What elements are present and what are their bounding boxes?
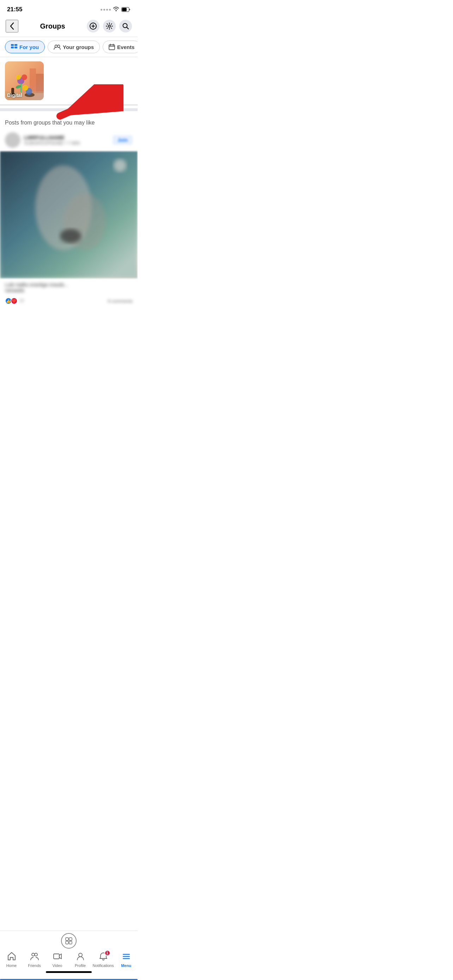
status-bar: 21:55 bbox=[0, 0, 138, 17]
post-avatar bbox=[5, 132, 21, 148]
reaction-emojis: 👍 ❤️ bbox=[5, 298, 16, 304]
tab-your-groups[interactable]: Your groups bbox=[48, 41, 100, 53]
tabs-row: For you Your groups Events Disc… bbox=[0, 37, 138, 57]
post-name: LMRFULLNAME bbox=[24, 134, 109, 140]
comment-count: 9 comments bbox=[108, 298, 133, 304]
svg-rect-16 bbox=[36, 74, 44, 93]
tab-your-groups-label: Your groups bbox=[63, 44, 94, 50]
reaction-count: 77 bbox=[19, 298, 24, 304]
post-reactions: 👍 ❤️ 77 9 comments bbox=[0, 294, 138, 307]
tab-for-you-label: For you bbox=[19, 44, 39, 50]
signal-icon bbox=[100, 9, 111, 11]
section-separator bbox=[0, 108, 138, 111]
post-sub: SUBGROUPNAME • 7 MIN bbox=[24, 140, 109, 146]
svg-rect-11 bbox=[109, 45, 114, 50]
tab-events-label: Events bbox=[117, 44, 134, 50]
svg-point-33 bbox=[60, 229, 81, 243]
post-image bbox=[0, 151, 138, 278]
tab-for-you[interactable]: For you bbox=[5, 41, 45, 53]
svg-rect-7 bbox=[14, 44, 17, 46]
groups-thumbnail-section: Digital bbox=[0, 57, 138, 105]
posts-section-title: Posts from groups that you may like bbox=[0, 114, 138, 129]
post-card: LMRFULLNAME SUBGROUPNAME • 7 MIN Join bbox=[0, 129, 138, 307]
svg-point-21 bbox=[22, 75, 27, 80]
svg-rect-1 bbox=[122, 8, 127, 11]
wifi-icon bbox=[113, 6, 119, 13]
post-caption: Lubi nialko erantiga nrauds... nanaada bbox=[0, 278, 138, 294]
post-meta: LMRFULLNAME SUBGROUPNAME • 7 MIN bbox=[24, 134, 109, 146]
post-join-button[interactable]: Join bbox=[113, 135, 133, 145]
posts-section: Posts from groups that you may like LMRF… bbox=[0, 114, 138, 307]
battery-icon bbox=[121, 7, 130, 12]
header: Groups bbox=[0, 17, 138, 37]
status-time: 21:55 bbox=[7, 6, 22, 13]
status-icons bbox=[100, 6, 130, 13]
svg-rect-8 bbox=[14, 46, 17, 48]
post-header: LMRFULLNAME SUBGROUPNAME • 7 MIN Join bbox=[0, 129, 138, 151]
group-thumbnail-digital[interactable]: Digital bbox=[5, 61, 44, 100]
svg-rect-23 bbox=[21, 83, 22, 92]
settings-button[interactable] bbox=[103, 20, 116, 32]
header-actions bbox=[87, 20, 132, 32]
add-button[interactable] bbox=[87, 20, 100, 32]
tab-events[interactable]: Events bbox=[103, 41, 138, 53]
search-button[interactable] bbox=[119, 20, 132, 32]
group-thumbnail-label: Digital bbox=[7, 92, 22, 98]
svg-point-27 bbox=[22, 85, 28, 91]
svg-rect-6 bbox=[11, 46, 14, 48]
svg-point-3 bbox=[108, 25, 110, 27]
svg-point-22 bbox=[16, 75, 21, 80]
svg-point-32 bbox=[114, 159, 126, 172]
back-button[interactable] bbox=[6, 20, 18, 32]
svg-rect-5 bbox=[11, 44, 14, 46]
reaction-love: ❤️ bbox=[11, 298, 17, 304]
page-title: Groups bbox=[40, 22, 65, 30]
